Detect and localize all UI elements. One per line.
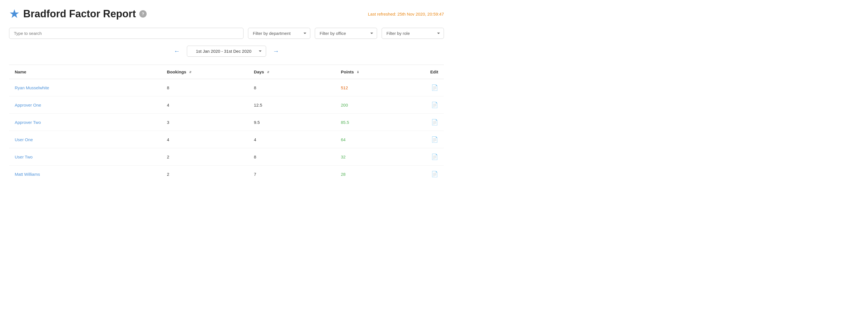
name-link-0[interactable]: Ryan Musselwhite: [15, 85, 49, 90]
last-refreshed-text: Last refreshed: 25th Nov 2020, 20:59:47: [368, 11, 444, 17]
col-header-bookings[interactable]: Bookings ⇵: [161, 65, 248, 79]
cell-bookings-5: 2: [161, 166, 248, 183]
role-filter-select[interactable]: Filter by role: [382, 28, 444, 39]
col-header-name[interactable]: Name: [9, 65, 161, 79]
edit-button-1[interactable]: 📄: [431, 102, 438, 108]
col-header-edit: Edit: [400, 65, 444, 79]
table-row: Matt Williams 2 7 28 📄: [9, 166, 444, 183]
points-value-4: 32: [341, 155, 346, 159]
cell-points-2: 85.5: [335, 114, 400, 131]
col-header-points[interactable]: Points ⇩: [335, 65, 400, 79]
cell-bookings-2: 3: [161, 114, 248, 131]
filters-row: Filter by department Filter by office Fi…: [9, 28, 444, 39]
star-icon: ★: [9, 8, 20, 20]
cell-edit-3: 📄: [400, 131, 444, 148]
bradford-table: Name Bookings ⇵ Days ⇵ Points ⇩: [9, 65, 444, 183]
cell-days-5: 7: [248, 166, 335, 183]
edit-button-5[interactable]: 📄: [431, 171, 438, 177]
points-value-2: 85.5: [341, 120, 349, 125]
help-icon[interactable]: ?: [139, 10, 147, 18]
cell-bookings-3: 4: [161, 131, 248, 148]
points-value-3: 64: [341, 137, 346, 142]
cell-edit-4: 📄: [400, 148, 444, 166]
edit-button-4[interactable]: 📄: [431, 154, 438, 160]
table-row: Approver One 4 12.5 200 📄: [9, 97, 444, 114]
name-link-5[interactable]: Matt Williams: [15, 172, 40, 176]
search-input[interactable]: [9, 28, 244, 39]
name-link-2[interactable]: Approver Two: [15, 120, 41, 125]
table-body: Ryan Musselwhite 8 8 512 📄 Approver One …: [9, 79, 444, 183]
name-link-4[interactable]: User Two: [15, 155, 33, 159]
cell-points-0: 512: [335, 79, 400, 97]
cell-name-5: Matt Williams: [9, 166, 161, 183]
cell-points-1: 200: [335, 97, 400, 114]
table-row: Approver Two 3 9.5 85.5 📄: [9, 114, 444, 131]
department-filter-select[interactable]: Filter by department: [248, 28, 310, 39]
cell-name-4: User Two: [9, 148, 161, 166]
cell-name-3: User One: [9, 131, 161, 148]
cell-points-5: 28: [335, 166, 400, 183]
cell-days-3: 4: [248, 131, 335, 148]
title-group: ★ Bradford Factor Report ?: [9, 8, 147, 20]
cell-bookings-4: 2: [161, 148, 248, 166]
edit-button-3[interactable]: 📄: [431, 136, 438, 143]
points-value-5: 28: [341, 172, 346, 176]
prev-date-button[interactable]: ←: [172, 47, 182, 56]
edit-button-0[interactable]: 📄: [431, 84, 438, 91]
next-date-button[interactable]: →: [271, 47, 281, 56]
cell-bookings-1: 4: [161, 97, 248, 114]
header-row: ★ Bradford Factor Report ? Last refreshe…: [9, 8, 444, 20]
points-sort-icon: ⇩: [357, 71, 359, 74]
cell-days-2: 9.5: [248, 114, 335, 131]
table-row: User Two 2 8 32 📄: [9, 148, 444, 166]
cell-points-4: 32: [335, 148, 400, 166]
cell-name-0: Ryan Musselwhite: [9, 79, 161, 97]
edit-button-2[interactable]: 📄: [431, 119, 438, 125]
cell-days-1: 12.5: [248, 97, 335, 114]
date-range-select[interactable]: 1st Jan 2020 - 31st Dec 2020: [187, 46, 266, 57]
cell-bookings-0: 8: [161, 79, 248, 97]
cell-edit-0: 📄: [400, 79, 444, 97]
cell-name-1: Approver One: [9, 97, 161, 114]
table-row: User One 4 4 64 📄: [9, 131, 444, 148]
cell-edit-5: 📄: [400, 166, 444, 183]
cell-points-3: 64: [335, 131, 400, 148]
table-container: Name Bookings ⇵ Days ⇵ Points ⇩: [9, 65, 444, 183]
bookings-sort-icon: ⇵: [189, 71, 191, 74]
days-sort-icon: ⇵: [267, 71, 269, 74]
name-link-3[interactable]: User One: [15, 137, 33, 142]
table-header-row: Name Bookings ⇵ Days ⇵ Points ⇩: [9, 65, 444, 79]
cell-days-0: 8: [248, 79, 335, 97]
cell-edit-2: 📄: [400, 114, 444, 131]
points-value-0: 512: [341, 85, 348, 90]
cell-name-2: Approver Two: [9, 114, 161, 131]
table-row: Ryan Musselwhite 8 8 512 📄: [9, 79, 444, 97]
page-title: Bradford Factor Report: [23, 8, 136, 20]
date-range-row: ← 1st Jan 2020 - 31st Dec 2020 →: [9, 46, 444, 57]
col-header-days[interactable]: Days ⇵: [248, 65, 335, 79]
office-filter-select[interactable]: Filter by office: [315, 28, 377, 39]
points-value-1: 200: [341, 103, 348, 107]
cell-days-4: 8: [248, 148, 335, 166]
name-link-1[interactable]: Approver One: [15, 103, 41, 107]
cell-edit-1: 📄: [400, 97, 444, 114]
